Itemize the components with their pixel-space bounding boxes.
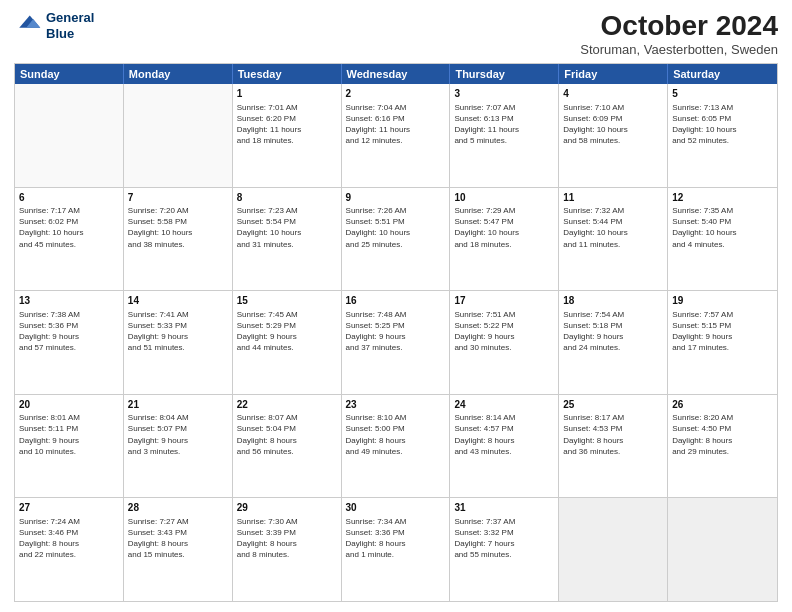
calendar-cell: 21Sunrise: 8:04 AM Sunset: 5:07 PM Dayli…: [124, 395, 233, 498]
calendar-cell: 8Sunrise: 7:23 AM Sunset: 5:54 PM Daylig…: [233, 188, 342, 291]
day-info: Sunrise: 7:07 AM Sunset: 6:13 PM Dayligh…: [454, 102, 554, 147]
day-number: 21: [128, 398, 228, 412]
day-info: Sunrise: 8:14 AM Sunset: 4:57 PM Dayligh…: [454, 412, 554, 457]
day-info: Sunrise: 7:35 AM Sunset: 5:40 PM Dayligh…: [672, 205, 773, 250]
day-number: 15: [237, 294, 337, 308]
calendar-cell: 12Sunrise: 7:35 AM Sunset: 5:40 PM Dayli…: [668, 188, 777, 291]
calendar-cell: 19Sunrise: 7:57 AM Sunset: 5:15 PM Dayli…: [668, 291, 777, 394]
day-number: 11: [563, 191, 663, 205]
calendar-cell: 11Sunrise: 7:32 AM Sunset: 5:44 PM Dayli…: [559, 188, 668, 291]
calendar: SundayMondayTuesdayWednesdayThursdayFrid…: [14, 63, 778, 602]
cal-header-cell: Monday: [124, 64, 233, 84]
calendar-cell: 20Sunrise: 8:01 AM Sunset: 5:11 PM Dayli…: [15, 395, 124, 498]
calendar-cell: 18Sunrise: 7:54 AM Sunset: 5:18 PM Dayli…: [559, 291, 668, 394]
day-info: Sunrise: 7:04 AM Sunset: 6:16 PM Dayligh…: [346, 102, 446, 147]
day-number: 9: [346, 191, 446, 205]
logo: General Blue: [14, 10, 94, 41]
calendar-cell: 3Sunrise: 7:07 AM Sunset: 6:13 PM Daylig…: [450, 84, 559, 187]
day-info: Sunrise: 7:26 AM Sunset: 5:51 PM Dayligh…: [346, 205, 446, 250]
day-number: 22: [237, 398, 337, 412]
day-info: Sunrise: 7:38 AM Sunset: 5:36 PM Dayligh…: [19, 309, 119, 354]
day-number: 17: [454, 294, 554, 308]
logo-line1: General: [46, 10, 94, 26]
day-number: 16: [346, 294, 446, 308]
day-info: Sunrise: 7:34 AM Sunset: 3:36 PM Dayligh…: [346, 516, 446, 561]
day-info: Sunrise: 7:37 AM Sunset: 3:32 PM Dayligh…: [454, 516, 554, 561]
calendar-row: 27Sunrise: 7:24 AM Sunset: 3:46 PM Dayli…: [15, 498, 777, 601]
calendar-cell: 2Sunrise: 7:04 AM Sunset: 6:16 PM Daylig…: [342, 84, 451, 187]
day-number: 30: [346, 501, 446, 515]
calendar-cell: 5Sunrise: 7:13 AM Sunset: 6:05 PM Daylig…: [668, 84, 777, 187]
title-block: October 2024 Storuman, Vaesterbotten, Sw…: [580, 10, 778, 57]
calendar-cell: 17Sunrise: 7:51 AM Sunset: 5:22 PM Dayli…: [450, 291, 559, 394]
day-info: Sunrise: 8:01 AM Sunset: 5:11 PM Dayligh…: [19, 412, 119, 457]
cal-header-cell: Wednesday: [342, 64, 451, 84]
day-info: Sunrise: 7:13 AM Sunset: 6:05 PM Dayligh…: [672, 102, 773, 147]
day-info: Sunrise: 7:29 AM Sunset: 5:47 PM Dayligh…: [454, 205, 554, 250]
calendar-body: 1Sunrise: 7:01 AM Sunset: 6:20 PM Daylig…: [15, 84, 777, 601]
day-info: Sunrise: 7:48 AM Sunset: 5:25 PM Dayligh…: [346, 309, 446, 354]
day-number: 10: [454, 191, 554, 205]
calendar-cell: [668, 498, 777, 601]
day-info: Sunrise: 7:51 AM Sunset: 5:22 PM Dayligh…: [454, 309, 554, 354]
calendar-cell: [559, 498, 668, 601]
day-number: 4: [563, 87, 663, 101]
logo-icon: [14, 12, 42, 40]
calendar-cell: 9Sunrise: 7:26 AM Sunset: 5:51 PM Daylig…: [342, 188, 451, 291]
header: General Blue October 2024 Storuman, Vaes…: [14, 10, 778, 57]
day-info: Sunrise: 7:10 AM Sunset: 6:09 PM Dayligh…: [563, 102, 663, 147]
calendar-cell: [15, 84, 124, 187]
logo-text: General Blue: [46, 10, 94, 41]
calendar-row: 6Sunrise: 7:17 AM Sunset: 6:02 PM Daylig…: [15, 188, 777, 292]
day-number: 29: [237, 501, 337, 515]
day-info: Sunrise: 7:32 AM Sunset: 5:44 PM Dayligh…: [563, 205, 663, 250]
day-info: Sunrise: 7:54 AM Sunset: 5:18 PM Dayligh…: [563, 309, 663, 354]
day-number: 14: [128, 294, 228, 308]
day-number: 18: [563, 294, 663, 308]
day-info: Sunrise: 8:17 AM Sunset: 4:53 PM Dayligh…: [563, 412, 663, 457]
day-info: Sunrise: 8:04 AM Sunset: 5:07 PM Dayligh…: [128, 412, 228, 457]
calendar-cell: 22Sunrise: 8:07 AM Sunset: 5:04 PM Dayli…: [233, 395, 342, 498]
day-number: 28: [128, 501, 228, 515]
day-number: 25: [563, 398, 663, 412]
day-number: 31: [454, 501, 554, 515]
day-info: Sunrise: 8:20 AM Sunset: 4:50 PM Dayligh…: [672, 412, 773, 457]
calendar-cell: 4Sunrise: 7:10 AM Sunset: 6:09 PM Daylig…: [559, 84, 668, 187]
cal-header-cell: Tuesday: [233, 64, 342, 84]
cal-header-cell: Friday: [559, 64, 668, 84]
day-number: 12: [672, 191, 773, 205]
day-number: 24: [454, 398, 554, 412]
day-info: Sunrise: 7:57 AM Sunset: 5:15 PM Dayligh…: [672, 309, 773, 354]
main-title: October 2024: [580, 10, 778, 42]
calendar-cell: 13Sunrise: 7:38 AM Sunset: 5:36 PM Dayli…: [15, 291, 124, 394]
calendar-cell: 27Sunrise: 7:24 AM Sunset: 3:46 PM Dayli…: [15, 498, 124, 601]
day-info: Sunrise: 7:27 AM Sunset: 3:43 PM Dayligh…: [128, 516, 228, 561]
day-info: Sunrise: 8:07 AM Sunset: 5:04 PM Dayligh…: [237, 412, 337, 457]
day-info: Sunrise: 7:30 AM Sunset: 3:39 PM Dayligh…: [237, 516, 337, 561]
calendar-cell: 6Sunrise: 7:17 AM Sunset: 6:02 PM Daylig…: [15, 188, 124, 291]
cal-header-cell: Sunday: [15, 64, 124, 84]
calendar-cell: 28Sunrise: 7:27 AM Sunset: 3:43 PM Dayli…: [124, 498, 233, 601]
day-info: Sunrise: 7:01 AM Sunset: 6:20 PM Dayligh…: [237, 102, 337, 147]
calendar-cell: 23Sunrise: 8:10 AM Sunset: 5:00 PM Dayli…: [342, 395, 451, 498]
day-info: Sunrise: 7:17 AM Sunset: 6:02 PM Dayligh…: [19, 205, 119, 250]
day-number: 27: [19, 501, 119, 515]
calendar-cell: 7Sunrise: 7:20 AM Sunset: 5:58 PM Daylig…: [124, 188, 233, 291]
calendar-cell: 25Sunrise: 8:17 AM Sunset: 4:53 PM Dayli…: [559, 395, 668, 498]
calendar-cell: 26Sunrise: 8:20 AM Sunset: 4:50 PM Dayli…: [668, 395, 777, 498]
calendar-header: SundayMondayTuesdayWednesdayThursdayFrid…: [15, 64, 777, 84]
day-info: Sunrise: 7:45 AM Sunset: 5:29 PM Dayligh…: [237, 309, 337, 354]
subtitle: Storuman, Vaesterbotten, Sweden: [580, 42, 778, 57]
calendar-cell: 1Sunrise: 7:01 AM Sunset: 6:20 PM Daylig…: [233, 84, 342, 187]
cal-header-cell: Saturday: [668, 64, 777, 84]
day-number: 3: [454, 87, 554, 101]
day-number: 20: [19, 398, 119, 412]
calendar-row: 1Sunrise: 7:01 AM Sunset: 6:20 PM Daylig…: [15, 84, 777, 188]
day-number: 19: [672, 294, 773, 308]
day-number: 2: [346, 87, 446, 101]
calendar-cell: 15Sunrise: 7:45 AM Sunset: 5:29 PM Dayli…: [233, 291, 342, 394]
day-number: 1: [237, 87, 337, 101]
day-number: 5: [672, 87, 773, 101]
calendar-cell: 30Sunrise: 7:34 AM Sunset: 3:36 PM Dayli…: [342, 498, 451, 601]
day-info: Sunrise: 7:41 AM Sunset: 5:33 PM Dayligh…: [128, 309, 228, 354]
